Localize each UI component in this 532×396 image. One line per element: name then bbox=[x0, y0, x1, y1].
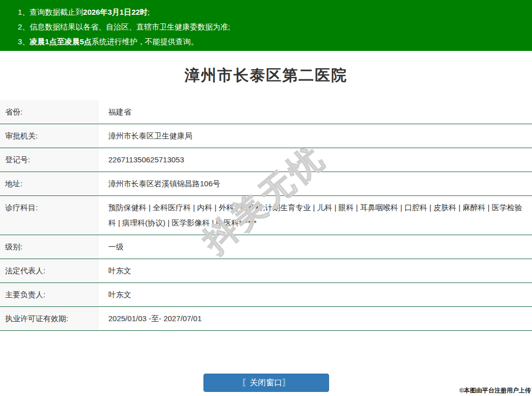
table-row-medical-subjects: 诊疗科目: 预防保健科 | 全科医疗科 | 内科 | 外科 | 妇产科;计划生育… bbox=[0, 196, 532, 235]
row-value: 漳州市长泰区卫生健康局 bbox=[98, 124, 532, 148]
notice-line-3: 3、凌晨1点至凌晨5点系统进行维护，不能提供查询。 bbox=[18, 34, 527, 49]
table-row-level: 级别: 一级 bbox=[0, 235, 532, 259]
row-value: 叶东文 bbox=[98, 259, 532, 282]
table-row-main-person-in-charge: 主要负责人: 叶东文 bbox=[0, 283, 532, 307]
notice-line-2: 2、信息数据结果以各省、自治区、直辖市卫生健康委数据为准; bbox=[18, 19, 527, 34]
table-row-registration-number: 登记号: 226711350625713053 bbox=[0, 148, 532, 172]
row-value: 叶东文 bbox=[98, 283, 532, 306]
close-window-button[interactable]: 〖关闭窗口〗 bbox=[203, 374, 329, 392]
row-value: 2025/01/03 -至- 2027/07/01 bbox=[98, 307, 532, 330]
row-label: 登记号: bbox=[0, 148, 98, 172]
row-label: 执业许可证有效期: bbox=[0, 307, 98, 330]
row-value: 226711350625713053 bbox=[98, 148, 532, 172]
notice-line-1: 1、查询数据截止到2026年3月1日22时; bbox=[18, 5, 527, 19]
table-row-license-validity: 执业许可证有效期: 2025/01/03 -至- 2027/07/01 bbox=[0, 307, 532, 331]
table-row-address: 地址: 漳州市长泰区岩溪镇锦昌路106号 bbox=[0, 172, 532, 196]
hospital-info-table: 省份: 福建省 审批机关: 漳州市长泰区卫生健康局 登记号: 226711350… bbox=[0, 100, 532, 331]
footer-actions: 〖关闭窗口〗 bbox=[0, 374, 532, 392]
row-value: 漳州市长泰区岩溪镇锦昌路106号 bbox=[98, 172, 532, 195]
notice-banner: 1、查询数据截止到2026年3月1日22时; 2、信息数据结果以各省、自治区、直… bbox=[0, 0, 532, 51]
notice-number: 1、 bbox=[18, 8, 29, 16]
row-value: 一级 bbox=[98, 235, 532, 259]
table-row-province: 省份: 福建省 bbox=[0, 100, 532, 124]
page-title: 漳州市长泰区第二医院 bbox=[185, 65, 347, 86]
table-row-approval-authority: 审批机关: 漳州市长泰区卫生健康局 bbox=[0, 124, 532, 148]
notice-number: 2、 bbox=[18, 22, 29, 31]
row-label: 诊疗科目: bbox=[0, 196, 98, 235]
notice-number: 3、 bbox=[18, 37, 29, 46]
row-label: 级别: bbox=[0, 235, 98, 259]
table-row-legal-representative: 法定代表人: 叶东文 bbox=[0, 259, 532, 283]
row-label: 地址: bbox=[0, 172, 98, 195]
row-label: 审批机关: bbox=[0, 124, 98, 148]
row-value: 预防保健科 | 全科医疗科 | 内科 | 外科 | 妇产科;计划生育专业 | 儿… bbox=[98, 196, 532, 235]
row-label: 省份: bbox=[0, 100, 98, 124]
title-section: 漳州市长泰区第二医院 bbox=[0, 51, 532, 100]
row-label: 主要负责人: bbox=[0, 283, 98, 306]
copyright-watermark: ©本图由平台注册用户上传 bbox=[459, 386, 531, 395]
row-value: 福建省 bbox=[98, 100, 532, 124]
row-label: 法定代表人: bbox=[0, 259, 98, 282]
